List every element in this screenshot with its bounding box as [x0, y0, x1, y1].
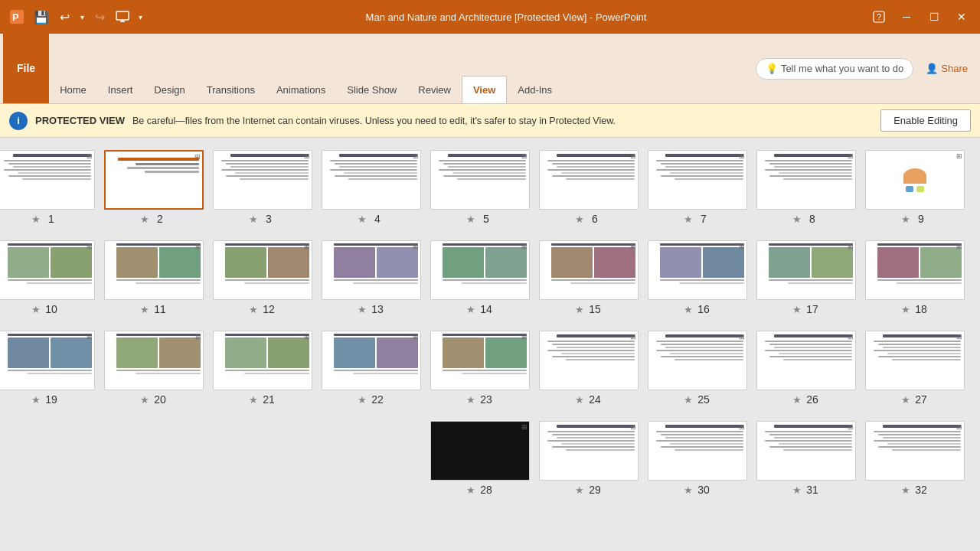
- slide-item-29[interactable]: ⊞ ★ 29: [539, 421, 639, 496]
- slide-number-12: 12: [261, 303, 276, 315]
- star-icon-24: ★: [575, 394, 584, 406]
- share-button[interactable]: 👤 Share: [920, 60, 974, 77]
- slide-item-17[interactable]: ⊞ ★ 17: [756, 240, 856, 315]
- slide-item-32[interactable]: ⊞ ★ 32: [865, 421, 965, 496]
- tab-transitions[interactable]: Transitions: [196, 76, 266, 103]
- monitor-button[interactable]: [112, 6, 133, 28]
- slide-badge-22: ⊞: [413, 333, 419, 341]
- undo-button[interactable]: ↩: [54, 6, 75, 28]
- slide-item-26[interactable]: ⊞ ★ 26: [756, 331, 856, 406]
- tab-view[interactable]: View: [462, 76, 507, 103]
- slide-thumb-10[interactable]: ⊞: [0, 240, 95, 300]
- customize-dropdown[interactable]: ▾: [135, 6, 145, 28]
- slide-number-20: 20: [152, 393, 168, 406]
- tab-home[interactable]: Home: [49, 76, 97, 103]
- slide-thumb-4[interactable]: ⊞: [322, 150, 421, 210]
- slide-thumb-25[interactable]: ⊞: [648, 331, 747, 390]
- tab-slideshow[interactable]: Slide Show: [336, 76, 407, 103]
- minimize-button[interactable]: ─: [894, 6, 919, 28]
- slide-item-31[interactable]: ⊞ ★ 31: [756, 421, 856, 496]
- slide-item-25[interactable]: ⊞ ★ 25: [648, 331, 747, 406]
- slide-item-28[interactable]: ⊞ ★ 28: [430, 421, 530, 496]
- slide-thumb-3[interactable]: ⊞: [213, 150, 312, 210]
- slide-thumb-31[interactable]: ⊞: [756, 421, 856, 481]
- close-button[interactable]: ✕: [949, 6, 974, 28]
- slide-item-4[interactable]: ⊞ ★ 4: [322, 150, 421, 225]
- slide-thumb-32[interactable]: ⊞: [865, 421, 965, 481]
- save-button[interactable]: 💾: [31, 6, 52, 28]
- slide-item-7[interactable]: ⊞ ★ 7: [648, 150, 747, 225]
- slide-item-6[interactable]: ⊞ ★ 6: [539, 150, 639, 225]
- slide-thumb-15[interactable]: ⊞: [539, 240, 639, 300]
- slide-item-19[interactable]: ⊞ ★ 19: [0, 331, 95, 406]
- slide-item-23[interactable]: ⊞ ★ 23: [430, 331, 530, 406]
- tab-addins[interactable]: Add-Ins: [507, 76, 563, 103]
- slide-thumb-19[interactable]: ⊞: [0, 331, 95, 390]
- slide-item-1[interactable]: ⊞ ★ 1: [0, 150, 95, 225]
- slide-thumb-29[interactable]: ⊞: [539, 421, 639, 481]
- help-button[interactable]: ?: [867, 6, 891, 28]
- slide-thumb-13[interactable]: ⊞: [322, 240, 421, 300]
- tab-review[interactable]: Review: [407, 76, 462, 103]
- slide-thumb-1[interactable]: ⊞: [0, 150, 95, 210]
- slide-item-16[interactable]: ⊞ ★ 16: [648, 240, 747, 315]
- slide-thumb-27[interactable]: ⊞: [865, 331, 965, 390]
- star-icon-22: ★: [358, 394, 367, 406]
- slide-item-18[interactable]: ⊞ ★ 18: [865, 240, 965, 315]
- title-bar: P 💾 ↩ ▾ ↪ ▾ Man and Nature and Architect…: [0, 0, 980, 34]
- slide-item-27[interactable]: ⊞ ★ 27: [865, 331, 965, 406]
- slide-thumb-5[interactable]: ⊞: [430, 150, 530, 210]
- slide-item-20[interactable]: ⊞ ★ 20: [104, 331, 204, 406]
- slide-thumb-26[interactable]: ⊞: [756, 331, 856, 390]
- slide-item-15[interactable]: ⊞ ★ 15: [539, 240, 639, 315]
- slide-item-10[interactable]: ⊞ ★ 10: [0, 240, 95, 315]
- info-icon: i: [9, 112, 28, 130]
- tab-file[interactable]: File: [3, 33, 49, 103]
- tell-me-input[interactable]: 💡 Tell me what you want to do: [756, 58, 913, 80]
- slide-item-9[interactable]: ⊞ ★ 9: [865, 150, 965, 225]
- slide-item-8[interactable]: ⊞ ★ 8: [756, 150, 856, 225]
- slide-thumb-16[interactable]: ⊞: [648, 240, 747, 300]
- slide-thumb-14[interactable]: ⊞: [430, 240, 530, 300]
- tab-insert[interactable]: Insert: [97, 76, 144, 103]
- slide-thumb-8[interactable]: ⊞: [756, 150, 856, 210]
- slide-badge-5: ⊞: [521, 152, 528, 160]
- slide-thumb-30[interactable]: ⊞: [648, 421, 747, 481]
- slide-thumb-6[interactable]: ⊞: [539, 150, 639, 210]
- slide-thumb-23[interactable]: ⊞: [430, 331, 530, 390]
- slide-thumb-18[interactable]: ⊞: [865, 240, 965, 300]
- slide-thumb-22[interactable]: ⊞: [322, 331, 421, 390]
- tab-animations[interactable]: Animations: [266, 76, 336, 103]
- slide-item-14[interactable]: ⊞ ★ 14: [430, 240, 530, 315]
- slide-thumb-28[interactable]: ⊞: [430, 421, 530, 481]
- slide-thumb-21[interactable]: ⊞: [213, 331, 312, 390]
- slide-thumb-24[interactable]: ⊞: [539, 331, 639, 390]
- slide-item-24[interactable]: ⊞ ★ 24: [539, 331, 639, 406]
- slide-thumb-7[interactable]: ⊞: [648, 150, 747, 210]
- slide-number-14: 14: [479, 303, 494, 315]
- slide-thumb-17[interactable]: ⊞: [756, 240, 856, 300]
- slide-item-13[interactable]: ⊞ ★ 13: [322, 240, 421, 315]
- slide-item-21[interactable]: ⊞ ★ 21: [213, 331, 312, 406]
- slide-item-12[interactable]: ⊞ ★ 12: [213, 240, 312, 315]
- maximize-button[interactable]: ☐: [922, 6, 946, 28]
- slide-item-30[interactable]: ⊞ ★ 30: [648, 421, 747, 496]
- undo-dropdown[interactable]: ▾: [77, 6, 87, 28]
- slide-item-5[interactable]: ⊞ ★ 5: [430, 150, 530, 225]
- slide-thumb-11[interactable]: ⊞: [104, 240, 204, 300]
- slide-item-22[interactable]: ⊞ ★ 22: [322, 331, 421, 406]
- slide-item-2[interactable]: ⊞ ★ 2: [104, 150, 204, 225]
- star-icon-19: ★: [31, 394, 41, 406]
- slide-badge-12: ⊞: [304, 243, 310, 250]
- slide-item-11[interactable]: ⊞ ★ 11: [104, 240, 204, 315]
- slide-badge-11: ⊞: [195, 243, 201, 250]
- protected-view-label: PROTECTED VIEW: [35, 115, 125, 126]
- slide-thumb-2[interactable]: ⊞: [104, 150, 204, 210]
- slide-thumb-9[interactable]: ⊞: [865, 150, 965, 210]
- slide-thumb-12[interactable]: ⊞: [213, 240, 312, 300]
- slide-item-3[interactable]: ⊞ ★ 3: [213, 150, 312, 225]
- redo-button[interactable]: ↪: [89, 6, 110, 28]
- tab-design[interactable]: Design: [143, 76, 195, 103]
- enable-editing-button[interactable]: Enable Editing: [880, 109, 971, 132]
- slide-thumb-20[interactable]: ⊞: [104, 331, 204, 390]
